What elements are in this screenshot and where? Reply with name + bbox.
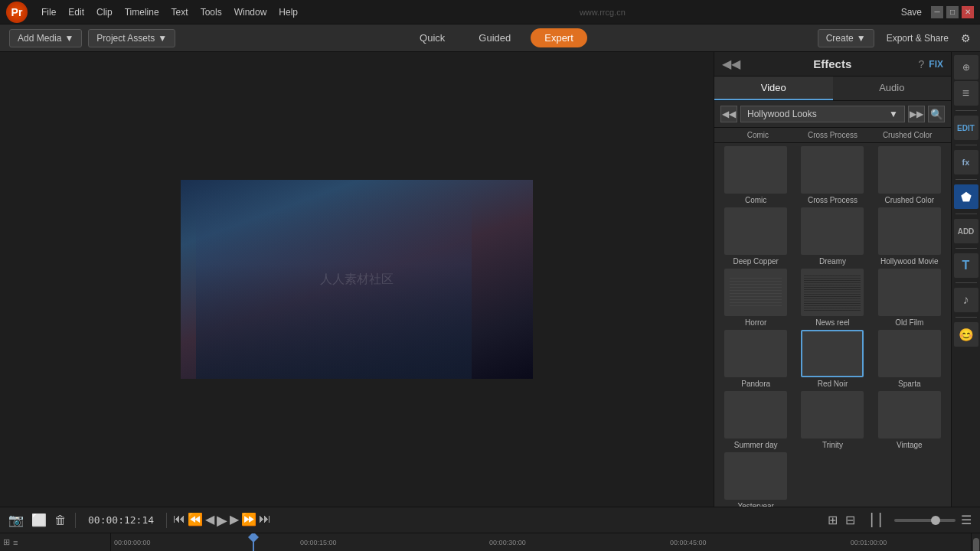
effect-hollywood-movie[interactable]: Hollywood Movie <box>878 207 941 266</box>
effect-placeholder-2 <box>878 452 941 507</box>
menu-help[interactable]: Help <box>279 7 298 18</box>
effect-oldfilm[interactable]: Old Film <box>878 269 941 327</box>
timeline-vscrollbar[interactable] <box>971 533 980 551</box>
add-media-button[interactable]: Add Media ▼ <box>9 29 82 47</box>
effects-nav-prev[interactable]: ◀◀ <box>720 106 737 122</box>
timeline-settings[interactable]: ⊞ <box>825 510 840 530</box>
effect-rednoir-label: Red Noir <box>801 380 864 388</box>
tools-separator-1 <box>956 110 977 111</box>
effect-comic[interactable]: Comic <box>724 146 787 204</box>
effect-pandora-label: Pandora <box>724 380 787 388</box>
transport-play[interactable]: ▶ <box>217 512 227 529</box>
effect-cross-process[interactable]: Cross Process <box>801 146 864 204</box>
timeline-area: 📷 ⬜ 🗑 00:00:12:14 ⏮ ⏪ ◀ ▶ ▶ ⏩ ⏭ ⊞ ⊟ ▕ ▏ … <box>0 507 980 551</box>
timeline-view[interactable]: ⊟ <box>843 510 858 530</box>
effect-newsreel[interactable]: News reel <box>801 269 864 327</box>
menu-timeline[interactable]: Timeline <box>125 7 159 18</box>
maximize-button[interactable]: □ <box>946 6 959 18</box>
tool-text[interactable]: T <box>954 253 978 278</box>
effect-dreamy[interactable]: Dreamy <box>801 207 864 266</box>
effect-summerday[interactable]: Summer day <box>724 391 787 449</box>
timeline-content: ⊞ ≡ ▶ 🔊 Audio 2 ▼ 🎬 Video 1 [ 👁 ] <box>0 533 980 551</box>
main-area: 人人素材社区 ◀◀ Effects ? FIX Video Audio ◀◀ H… <box>0 52 980 507</box>
effect-yesteryear[interactable]: Yesteryear <box>724 452 787 507</box>
tool-delete[interactable]: 🗑 <box>52 511 69 530</box>
effect-pandora-thumb <box>724 330 787 377</box>
tools-separator-5 <box>956 248 977 249</box>
menu-tools[interactable]: Tools <box>201 7 222 18</box>
transport-step-back[interactable]: ◀ <box>205 512 214 529</box>
menu-window[interactable]: Window <box>234 7 267 18</box>
project-assets-button[interactable]: Project Assets ▼ <box>88 29 175 47</box>
create-button[interactable]: Create ▼ <box>818 29 874 47</box>
quick-mode-button[interactable]: Quick <box>406 28 459 47</box>
tool-add[interactable]: ADD <box>954 219 978 243</box>
timeline-menu[interactable]: ☰ <box>959 510 974 530</box>
effect-sparta[interactable]: Sparta <box>878 330 941 388</box>
tool-fx[interactable]: fx <box>954 150 978 174</box>
ruler-mark-4: 00:01:00:00 <box>851 539 887 546</box>
menu-file[interactable]: File <box>41 7 56 18</box>
tab-audio[interactable]: Audio <box>833 77 952 100</box>
effect-cross-thumb <box>801 146 864 194</box>
tool-motion-tracking[interactable]: ⊕ <box>954 55 978 80</box>
tool-effects-active[interactable]: ⬟ <box>954 184 978 209</box>
tool-audio[interactable]: ♪ <box>954 288 978 312</box>
tools-separator-6 <box>956 282 977 283</box>
preview-area: 人人素材社区 <box>0 52 714 507</box>
tool-emoji[interactable]: 😊 <box>954 322 978 347</box>
transport-start[interactable]: ⏮ <box>173 512 185 529</box>
app-logo: Pr <box>6 2 28 23</box>
effects-category-dropdown[interactable]: Hollywood Looks ▼ <box>740 106 905 122</box>
menu-clip[interactable]: Clip <box>96 7 113 18</box>
transport-prev-frame[interactable]: ⏪ <box>188 512 203 529</box>
vscroll-thumb[interactable] <box>973 538 979 551</box>
guided-mode-button[interactable]: Guided <box>465 28 524 47</box>
effect-deep-copper[interactable]: Deep Copper <box>724 207 787 266</box>
minimize-button[interactable]: ─ <box>931 6 943 18</box>
effects-help-button[interactable]: ? <box>919 58 925 70</box>
zoom-controls <box>894 519 956 522</box>
fix-button[interactable]: FIX <box>929 59 943 70</box>
export-share-button[interactable]: Export & Share <box>887 33 949 44</box>
tab-video[interactable]: Video <box>714 77 833 100</box>
effect-horror[interactable]: Horror <box>724 269 787 327</box>
timeline-marker-in[interactable]: ▕ <box>861 510 874 530</box>
effect-rednoir[interactable]: Red Noir <box>801 330 864 388</box>
effect-vintage[interactable]: Vintage <box>878 391 941 449</box>
transport-next-frame[interactable]: ⏩ <box>241 512 256 529</box>
transport-step-fwd[interactable]: ▶ <box>230 512 239 529</box>
zoom-thumb[interactable] <box>931 516 940 525</box>
close-button[interactable]: ✕ <box>962 6 974 18</box>
timeline-marker-out[interactable]: ▏ <box>877 510 891 530</box>
effects-row-1: Comic Cross Process Crushed Color <box>717 146 948 204</box>
tool-camera[interactable]: 📷 <box>6 510 26 530</box>
effects-nav-next[interactable]: ▶▶ <box>908 106 925 122</box>
effect-crushed-label: Crushed Color <box>878 196 941 204</box>
effects-collapse-button[interactable]: ◀◀ <box>722 57 740 71</box>
effect-crushed-color[interactable]: Crushed Color <box>878 146 941 204</box>
zoom-slider[interactable] <box>894 519 956 522</box>
track-header-tool[interactable]: ≡ <box>13 538 18 547</box>
tool-edit[interactable]: EDIT <box>954 116 978 140</box>
window-controls: ─ □ ✕ <box>931 6 974 18</box>
save-button[interactable]: Save <box>901 7 922 18</box>
effects-search-button[interactable]: 🔍 <box>928 106 945 122</box>
tool-copy[interactable]: ⬜ <box>29 510 49 530</box>
settings-icon[interactable]: ⚙ <box>961 32 971 44</box>
effects-row-3: Horror News reel Old Film <box>717 269 948 327</box>
menu-edit[interactable]: Edit <box>68 7 84 18</box>
effect-trinity[interactable]: Trinity <box>801 391 864 449</box>
effect-deep-copper-label: Deep Copper <box>724 257 787 266</box>
expert-mode-button[interactable]: Expert <box>531 28 587 47</box>
playhead[interactable] <box>253 533 254 551</box>
transport-end[interactable]: ⏭ <box>259 512 271 529</box>
snap-toggle[interactable]: ⊞ <box>3 537 10 547</box>
effect-trinity-label: Trinity <box>801 441 864 449</box>
effects-row-6: Yesteryear <box>717 452 948 507</box>
effect-dreamy-thumb <box>801 207 864 255</box>
menu-text[interactable]: Text <box>172 7 188 18</box>
ruler-mark-1: 00:00:15:00 <box>300 539 337 546</box>
effect-pandora[interactable]: Pandora <box>724 330 787 388</box>
tool-adjust[interactable]: ≡ <box>954 81 978 106</box>
